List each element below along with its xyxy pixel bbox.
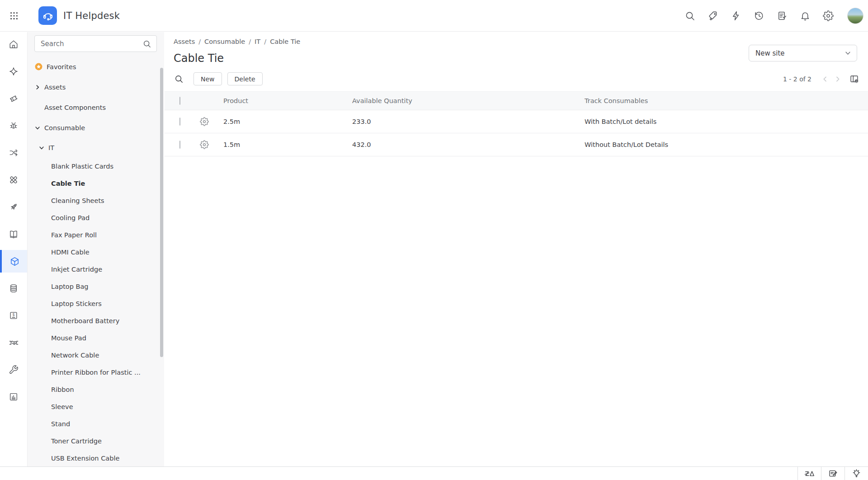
dollar-icon[interactable]: $ bbox=[0, 304, 27, 327]
breadcrumb-current: Cable Tie bbox=[270, 38, 300, 45]
sidebar-item-laptop-stickers[interactable]: Laptop Stickers bbox=[28, 295, 164, 312]
tree-label: Sleeve bbox=[51, 403, 73, 410]
sidebar-item-ribbon[interactable]: Ribbon bbox=[28, 381, 164, 398]
table-header-row: Product Available Quantity Track Consuma… bbox=[165, 91, 868, 110]
tree-label: USB Extension Cable bbox=[51, 455, 119, 462]
list-toolbar: New Delete 1 - 2 of 2 bbox=[165, 72, 868, 85]
page-title: Cable Tie bbox=[174, 52, 224, 65]
notifications-icon[interactable] bbox=[799, 10, 811, 22]
sidebar-item-hdmi-cable[interactable]: HDMI Cable bbox=[28, 244, 164, 261]
tree-label: Printer Ribbon for Plastic ... bbox=[51, 369, 141, 376]
tree-label: Asset Components bbox=[44, 104, 106, 111]
cell-product[interactable]: 1.5m bbox=[215, 141, 352, 148]
sidebar-item-assets[interactable]: Assets bbox=[28, 77, 164, 97]
table-search-icon[interactable] bbox=[174, 74, 184, 84]
database-icon[interactable] bbox=[0, 277, 27, 300]
sidebar-search[interactable] bbox=[34, 35, 157, 52]
chart-icon[interactable] bbox=[0, 386, 27, 408]
feedback-icon[interactable] bbox=[821, 467, 844, 480]
shuffle-icon[interactable] bbox=[0, 141, 27, 164]
tree-label: Laptop Bag bbox=[51, 283, 89, 290]
breadcrumb-consumable[interactable]: Consumable bbox=[204, 38, 245, 45]
assets-cube-icon[interactable] bbox=[0, 250, 27, 273]
site-selector[interactable]: New site bbox=[749, 45, 857, 61]
sidebar-item-motherboard-battery[interactable]: Motherboard Battery bbox=[28, 312, 164, 329]
helpdesk-logo-icon[interactable] bbox=[38, 6, 57, 25]
sidebar-item-asset-components[interactable]: Asset Components bbox=[28, 97, 164, 118]
handshake-icon[interactable] bbox=[0, 331, 27, 354]
cell-track-consumables: Without Batch/Lot Details bbox=[585, 141, 859, 148]
column-settings-icon[interactable] bbox=[849, 74, 859, 84]
sidebar-item-stand[interactable]: Stand bbox=[28, 415, 164, 433]
app-header: IT Helpdesk bbox=[0, 0, 868, 32]
tree-label: Toner Cartridge bbox=[51, 438, 102, 445]
book-icon[interactable] bbox=[0, 223, 27, 245]
column-header-track-consumables[interactable]: Track Consumables bbox=[585, 97, 859, 104]
tree-label: Laptop Stickers bbox=[51, 300, 102, 307]
svg-text:$: $ bbox=[12, 312, 15, 317]
tree-label: Stand bbox=[51, 420, 70, 428]
bug-icon[interactable] bbox=[0, 114, 27, 137]
add-request-icon[interactable] bbox=[707, 10, 719, 22]
app-launcher-icon[interactable] bbox=[0, 11, 28, 21]
pagination-label: 1 - 2 of 2 bbox=[783, 75, 811, 83]
breadcrumb-it[interactable]: IT bbox=[255, 38, 260, 45]
row-checkbox[interactable] bbox=[179, 118, 180, 126]
sidebar-item-blank-plastic-cards[interactable]: Blank Plastic Cards bbox=[28, 158, 164, 175]
sidebar-item-fax-paper-roll[interactable]: Fax Paper Roll bbox=[28, 226, 164, 244]
sidebar-item-cooling-pad[interactable]: Cooling Pad bbox=[28, 209, 164, 226]
lightbulb-icon[interactable] bbox=[844, 467, 868, 480]
sidebar-item-cable-tie[interactable]: Cable Tie bbox=[28, 175, 164, 192]
row-checkbox[interactable] bbox=[179, 141, 180, 149]
zia-icon[interactable] bbox=[797, 467, 821, 480]
sidebar-item-toner-cartridge[interactable]: Toner Cartridge bbox=[28, 433, 164, 450]
sidebar-item-consumable[interactable]: Consumable bbox=[28, 118, 164, 138]
wrench-icon[interactable] bbox=[0, 358, 27, 381]
page-next-icon[interactable] bbox=[834, 75, 841, 83]
sidebar-item-inkjet-cartridge[interactable]: Inkjet Cartridge bbox=[28, 261, 164, 278]
breadcrumb: Assets / Consumable / IT / Cable Tie bbox=[174, 38, 300, 45]
breadcrumb-assets[interactable]: Assets bbox=[174, 38, 195, 45]
sidebar-item-favorites[interactable]: Favorites bbox=[28, 56, 164, 77]
select-all-checkbox[interactable] bbox=[179, 97, 180, 105]
settings-icon[interactable] bbox=[822, 10, 834, 22]
history-icon[interactable] bbox=[753, 10, 765, 22]
approvals-icon[interactable] bbox=[776, 10, 788, 22]
bandage-cross-icon[interactable] bbox=[0, 169, 27, 191]
tree-label: Consumable bbox=[44, 124, 85, 132]
user-avatar[interactable] bbox=[847, 8, 863, 24]
delete-button[interactable]: Delete bbox=[227, 72, 263, 85]
sidebar-item-sleeve[interactable]: Sleeve bbox=[28, 398, 164, 415]
sparkle-icon[interactable] bbox=[0, 60, 27, 83]
search-icon[interactable] bbox=[684, 10, 696, 22]
rocket-icon[interactable] bbox=[0, 196, 27, 218]
sidebar-item-usb-extension-cable[interactable]: USB Extension Cable bbox=[28, 450, 164, 466]
sidebar-item-it[interactable]: IT bbox=[28, 138, 164, 158]
home-icon[interactable] bbox=[0, 33, 27, 56]
sidebar-item-mouse-pad[interactable]: Mouse Pad bbox=[28, 329, 164, 347]
sidebar-item-laptop-bag[interactable]: Laptop Bag bbox=[28, 278, 164, 295]
quick-actions-icon[interactable] bbox=[730, 10, 742, 22]
table-row[interactable]: 2.5m 233.0 With Batch/Lot details bbox=[165, 110, 868, 133]
table-row[interactable]: 1.5m 432.0 Without Batch/Lot Details bbox=[165, 133, 868, 156]
footer-bar bbox=[0, 466, 868, 480]
new-button[interactable]: New bbox=[193, 72, 222, 85]
column-header-available-quantity[interactable]: Available Quantity bbox=[352, 97, 585, 104]
sidebar-item-network-cable[interactable]: Network Cable bbox=[28, 347, 164, 364]
row-actions-gear-icon[interactable] bbox=[200, 117, 215, 126]
app-title: IT Helpdesk bbox=[63, 10, 120, 21]
breadcrumb-separator: / bbox=[249, 38, 251, 45]
sidebar-item-cleaning-sheets[interactable]: Cleaning Sheets bbox=[28, 192, 164, 209]
page-previous-icon[interactable] bbox=[821, 75, 829, 83]
column-header-product[interactable]: Product bbox=[215, 97, 352, 104]
ticket-icon[interactable] bbox=[0, 87, 27, 110]
row-actions-gear-icon[interactable] bbox=[200, 140, 215, 149]
search-input[interactable] bbox=[35, 40, 142, 48]
tree-label: Cable Tie bbox=[51, 180, 85, 187]
sidebar-scrollbar[interactable] bbox=[160, 68, 163, 357]
cell-product[interactable]: 2.5m bbox=[215, 118, 352, 125]
tree-label: Cooling Pad bbox=[51, 214, 90, 221]
sidebar-item-printer-ribbon[interactable]: Printer Ribbon for Plastic ... bbox=[28, 364, 164, 381]
chevron-right-icon bbox=[34, 84, 41, 90]
tree-label: Mouse Pad bbox=[51, 334, 86, 342]
